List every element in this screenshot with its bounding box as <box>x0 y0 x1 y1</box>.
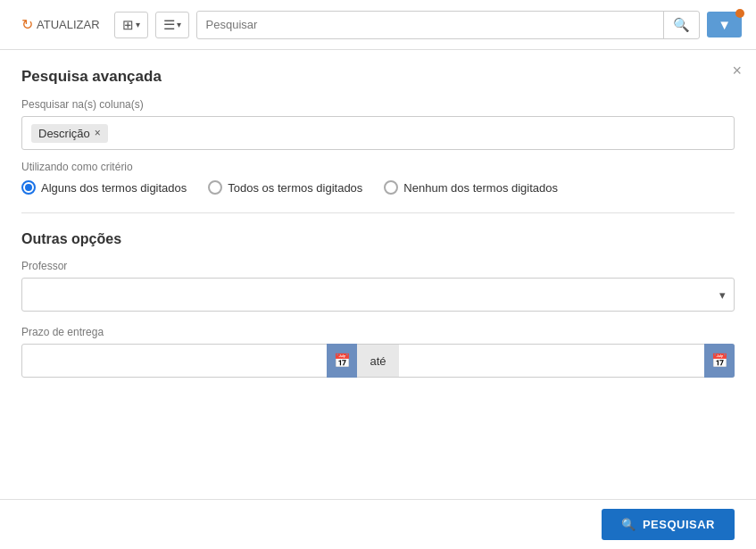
filter-button[interactable]: ▼ <box>707 12 742 37</box>
radio-alguns-circle <box>21 180 36 195</box>
pesquisar-button[interactable]: 🔍 PESQUISAR <box>602 509 735 540</box>
criteria-label: Utilizando como critério <box>21 161 735 173</box>
other-options-title: Outras opções <box>21 231 735 247</box>
menu-chevron-icon: ▾ <box>177 20 181 29</box>
professor-select[interactable] <box>21 278 735 312</box>
refresh-label: ATUALIZAR <box>37 18 100 31</box>
radio-nenhum-label: Nenhum dos termos digitados <box>403 181 558 195</box>
search-input[interactable] <box>197 12 664 37</box>
refresh-icon: ↻ <box>21 16 33 33</box>
columns-toggle-button[interactable]: ⊞ ▾ <box>114 12 148 38</box>
advanced-search-title: Pesquisa avançada <box>21 68 735 86</box>
radio-nenhum[interactable]: Nenhum dos termos digitados <box>384 180 558 195</box>
criteria-radio-group: Alguns dos termos digitados Todos os ter… <box>21 180 735 195</box>
radio-todos-label: Todos os termos digitados <box>228 181 362 195</box>
section-divider <box>21 212 735 213</box>
radio-nenhum-circle <box>384 180 398 195</box>
search-container: 🔍 <box>196 11 701 39</box>
calendar-from-button[interactable]: 📅 <box>327 344 357 378</box>
pesquisar-search-icon: 🔍 <box>621 518 636 531</box>
columns-icon: ⊞ <box>122 17 134 33</box>
calendar-to-icon: 📅 <box>711 353 728 369</box>
filter-badge <box>735 9 744 18</box>
tag-label: Descrição <box>38 127 90 140</box>
search-icon: 🔍 <box>673 17 690 32</box>
toolbar: ↻ ATUALIZAR ⊞ ▾ ☰ ▾ 🔍 ▼ <box>0 0 756 50</box>
date-separator: até <box>357 344 398 378</box>
tag-remove-icon[interactable]: × <box>95 127 101 139</box>
filter-icon: ▼ <box>718 17 731 32</box>
prazo-label: Prazo de entrega <box>21 326 735 338</box>
date-to-wrapper: 📅 <box>399 344 735 378</box>
menu-toggle-button[interactable]: ☰ ▾ <box>155 12 189 38</box>
professor-label: Professor <box>21 260 735 272</box>
pesquisar-label: PESQUISAR <box>643 518 715 531</box>
columns-chevron-icon: ▾ <box>136 20 140 29</box>
menu-icon: ☰ <box>163 17 175 33</box>
date-from-input[interactable] <box>21 344 357 378</box>
refresh-button[interactable]: ↻ ATUALIZAR <box>14 12 107 37</box>
radio-todos-circle <box>208 180 222 195</box>
date-range-group: 📅 até 📅 <box>21 344 735 378</box>
columns-tag-input[interactable]: Descrição × <box>21 116 735 150</box>
calendar-to-button[interactable]: 📅 <box>704 344 735 378</box>
date-to-input[interactable] <box>399 344 735 378</box>
calendar-from-icon: 📅 <box>334 353 351 369</box>
professor-select-wrapper: ▾ <box>21 278 735 312</box>
advanced-search-panel: × Pesquisa avançada Pesquisar na(s) colu… <box>0 50 756 499</box>
search-button[interactable]: 🔍 <box>663 12 699 38</box>
description-tag: Descrição × <box>31 124 108 143</box>
date-from-wrapper: 📅 <box>21 344 357 378</box>
radio-todos[interactable]: Todos os termos digitados <box>208 180 362 195</box>
radio-alguns[interactable]: Alguns dos termos digitados <box>21 180 187 195</box>
close-button[interactable]: × <box>732 62 742 79</box>
bottom-bar: 🔍 PESQUISAR <box>0 499 756 549</box>
radio-alguns-label: Alguns dos termos digitados <box>41 181 187 195</box>
columns-label: Pesquisar na(s) coluna(s) <box>21 98 735 111</box>
